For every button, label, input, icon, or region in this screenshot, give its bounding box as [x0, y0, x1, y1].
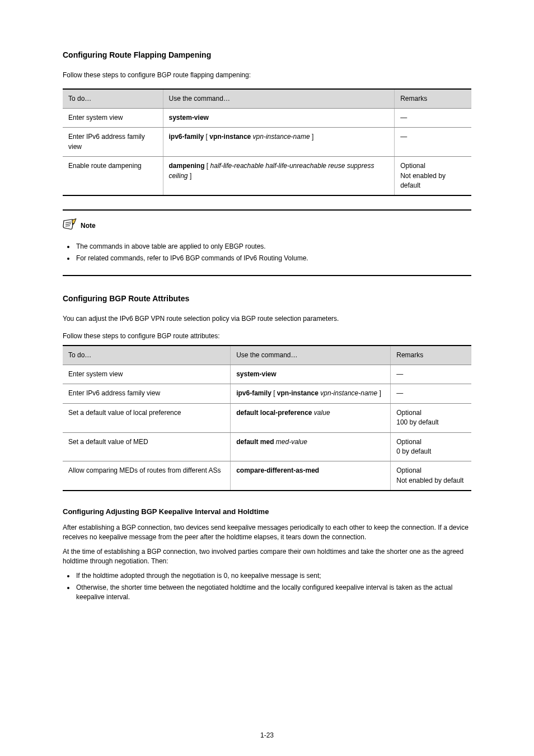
remarks-cell: Optional100 by default — [391, 403, 471, 432]
config-table-dampening: To do… Use the command… Remarks Enter sy… — [63, 88, 471, 197]
command-cell: system-view — [163, 109, 395, 128]
section-intro: You can adjust the IPv6 BGP VPN route se… — [63, 314, 471, 324]
remarks-cell: OptionalNot enabled by default — [395, 157, 471, 196]
column-header: Remarks — [391, 346, 471, 365]
table-row: Enter system viewsystem-view— — [63, 365, 471, 384]
table-row: Enter IPv6 address family viewipv6-famil… — [63, 384, 471, 403]
config-table-attributes: To do… Use the command… Remarks Enter sy… — [63, 345, 471, 492]
subsection-heading: Configuring Adjusting BGP Keepalive Inte… — [63, 507, 471, 517]
body-text: At the time of establishing a BGP connec… — [63, 547, 471, 567]
column-header: Remarks — [395, 89, 471, 109]
todo-cell: Enter system view — [63, 365, 231, 384]
column-header: To do… — [63, 89, 163, 109]
table-caption: Follow these steps to configure BGP rout… — [63, 332, 471, 341]
remarks-cell: — — [391, 365, 471, 384]
list-item: The commands in above table are applied … — [75, 242, 471, 251]
remarks-cell: — — [391, 384, 471, 403]
section-heading: Configuring BGP Route Attributes — [63, 293, 471, 304]
todo-cell: Allow comparing MEDs of routes from diff… — [63, 461, 231, 491]
column-header: Use the command… — [231, 346, 391, 365]
table-header-row: To do… Use the command… Remarks — [63, 346, 471, 365]
todo-cell: Enter system view — [63, 109, 163, 128]
command-cell: default med med-value — [231, 432, 391, 461]
table-row: Allow comparing MEDs of routes from diff… — [63, 461, 471, 491]
note-box: Note The commands in above table are app… — [63, 209, 471, 276]
todo-cell: Set a default value of MED — [63, 432, 231, 461]
command-cell: compare-different-as-med — [231, 461, 391, 491]
body-text: After establishing a BGP connection, two… — [63, 523, 471, 543]
remarks-cell: Optional0 by default — [391, 432, 471, 461]
todo-cell: Enable route dampening — [63, 157, 163, 196]
remarks-cell: — — [395, 109, 471, 128]
command-cell: system-view — [231, 365, 391, 384]
command-cell: ipv6-family [ vpn-instance vpn-instance-… — [163, 128, 395, 157]
table-row: Set a default value of local preferenced… — [63, 403, 471, 432]
command-cell: dampening [ half-life-reachable half-lif… — [163, 157, 395, 196]
table-row: Set a default value of MEDdefault med me… — [63, 432, 471, 461]
table-row: Enter IPv6 address family viewipv6-famil… — [63, 128, 471, 157]
paragraph-block: After establishing a BGP connection, two… — [63, 523, 471, 603]
note-label: Note — [81, 221, 96, 231]
table-header-row: To do… Use the command… Remarks — [63, 89, 471, 109]
section-heading: Configuring Route Flapping Dampening — [63, 49, 471, 60]
remarks-cell: OptionalNot enabled by default — [391, 461, 471, 491]
document-page: Configuring Route Flapping Dampening Fol… — [0, 0, 534, 756]
column-header: Use the command… — [163, 89, 395, 109]
todo-cell: Enter IPv6 address family view — [63, 384, 231, 403]
column-header: To do… — [63, 346, 231, 365]
list-item: Otherwise, the shorter time between the … — [75, 583, 471, 603]
note-header: Note — [63, 218, 471, 234]
page-number: 1-23 — [0, 731, 534, 740]
table-row: Enable route dampeningdampening [ half-l… — [63, 157, 471, 196]
bullet-list: If the holdtime adopted through the nego… — [75, 571, 471, 603]
todo-cell: Set a default value of local preference — [63, 403, 231, 432]
note-list: The commands in above table are applied … — [75, 242, 471, 264]
note-icon — [63, 218, 77, 234]
table-row: Enter system viewsystem-view— — [63, 109, 471, 128]
remarks-cell: — — [395, 128, 471, 157]
todo-cell: Enter IPv6 address family view — [63, 128, 163, 157]
list-item: For related commands, refer to IPv6 BGP … — [75, 254, 471, 263]
command-cell: default local-preference value — [231, 403, 391, 432]
command-cell: ipv6-family [ vpn-instance vpn-instance-… — [231, 384, 391, 403]
section-intro: Follow these steps to configure BGP rout… — [63, 71, 471, 80]
list-item: If the holdtime adopted through the nego… — [75, 571, 471, 581]
